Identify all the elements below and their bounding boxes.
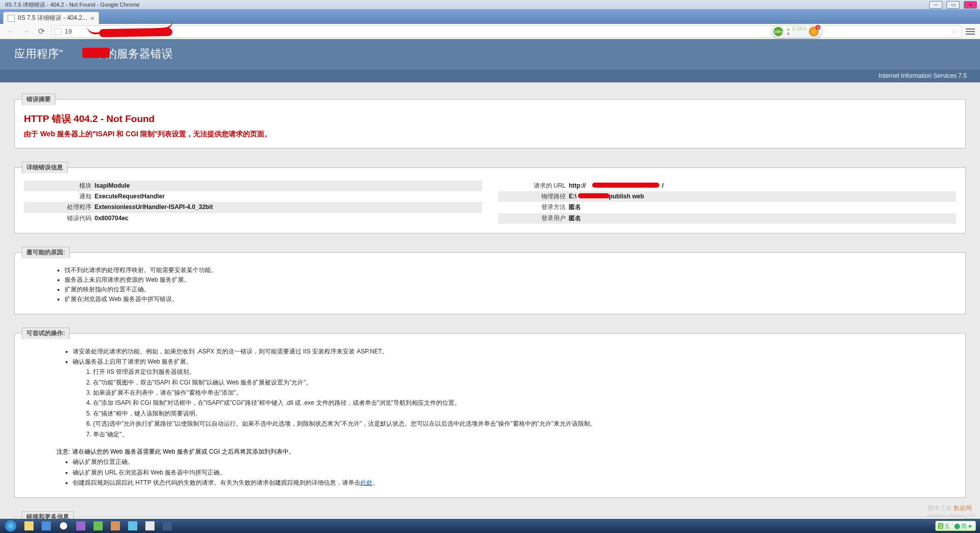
tab-title: IIS 7.5 详细错误 - 404.2... [18,14,87,22]
redaction-mark [82,48,110,58]
likely-causes-section: 最可能的原因: 找不到此请求的处理程序映射。可能需要安装某个功能。 服务器上未启… [14,247,966,314]
svg-rect-4 [94,521,103,530]
redaction-mark [645,183,659,188]
action-step: 在"描述"框中，键入该限制的简要说明。 [93,408,956,419]
redaction-mark [592,183,648,188]
detailed-error-section: 详细错误信息 模块IsapiModule 通知ExecuteRequestHan… [14,162,966,233]
browser-toolbar: ← → ⟳ 19 xxxxxxxxxxxxxxxxx 12345 ☆ 39% ▲… [0,24,980,39]
cause-item: 扩展的映射指向的位置不正确。 [65,285,956,294]
download-arrow-icon: ▼ [786,32,791,37]
taskbar-app-icon[interactable] [73,520,88,532]
physical-path-value: E:\\publish web [569,192,954,201]
error-code-heading: HTTP 错误 404.2 - Not Found [24,112,956,126]
things-to-try-section: 可尝试的操作: 请安装处理此请求的功能。例如，如果您收到 .ASPX 页的这一错… [14,328,966,498]
bookmark-star-icon[interactable]: ☆ [951,26,958,36]
watermark: 脚本之家 数据网 jiaoben.chinaz.com [928,504,976,518]
svg-rect-1 [42,521,51,530]
section-legend: 可尝试的操作: [22,328,70,339]
svg-rect-8 [163,521,172,530]
minimize-button[interactable]: ─ [929,1,942,9]
taskbar-app-icon[interactable] [142,520,158,532]
chrome-menu-icon[interactable] [966,28,975,35]
action-step: 打开 IIS 管理器并定位到服务器级别。 [93,367,956,377]
start-button[interactable] [2,520,19,532]
cause-item: 服务器上未启用请求的资源的 Web 服务扩展。 [65,275,956,285]
action-step: 如果该扩展不在列表中，请在"操作"窗格中单击"添加"。 [93,388,956,398]
here-link[interactable]: 此处 [360,479,373,486]
error-page-body: 错误摘要 HTTP 错误 404.2 - Not Found 由于 Web 服务… [0,82,980,519]
action-item: 请安装处理此请求的功能。例如，如果您收到 .ASPX 页的这一错误，则可能需要通… [73,346,956,357]
page-header: 应用程序""中的服务器错误 [0,39,980,69]
svg-rect-6 [128,521,137,530]
action-step: 在"添加 ISAPI 和 CGI 限制"对话框中，在"ISAPI"或"CGI"路… [93,398,956,408]
tab-close-icon[interactable]: × [90,14,95,22]
system-tray[interactable]: S 五 ˇ ⬤ 简 ► [935,521,978,531]
taskbar-app-icon[interactable] [21,520,37,532]
back-button[interactable]: ← [5,26,16,37]
maximize-button[interactable]: ▭ [946,1,960,9]
action-item: 确认扩展的 URL 在浏览器和 Web 服务器中均拼写正确。 [73,467,956,478]
site-icon [54,28,62,35]
action-item: 确认扩展的位置正确。 [73,457,956,467]
section-legend: 链接和更多信息 [22,511,74,519]
svg-rect-0 [24,521,34,530]
close-window-button[interactable]: ✕ [964,1,977,9]
section-legend: 详细错误信息 [22,162,68,173]
action-note: 注意: 请在确认您的 Web 服务器需要此 Web 服务扩展或 CGI 之后再将… [56,447,956,457]
windows-taskbar[interactable]: S 五 ˇ ⬤ 简 ► [0,519,980,533]
section-legend: 错误摘要 [22,94,55,105]
taskbar-app-icon[interactable] [125,520,140,532]
ime-toolbar[interactable]: S 五 ˇ ⬤ 简 ► [935,521,976,531]
action-item: 创建跟踪规则以跟踪此 HTTP 状态代码的失败的请求。有关为失败的请求创建跟踪规… [73,478,956,488]
details-right-column: 请求的 URLhttp:/// 物理路径E:\\publish web 登录方法… [498,181,956,224]
action-step: 单击"确定"。 [93,429,956,439]
network-monitor-widget[interactable]: 39% ▲ 0.1K/s ▼ [771,25,822,38]
error-message-heading: 由于 Web 服务器上的"ISAPI 和 CGI 限制"列表设置，无法提供您请求… [24,130,956,139]
page-content: 应用程序""中的服务器错误 Internet Information Servi… [0,39,980,519]
action-step: 在"功能"视图中，双击"ISAPI 和 CGI 限制"以确认 Web 服务扩展被… [93,377,956,388]
section-legend: 最可能的原因: [22,247,70,258]
svg-rect-3 [76,521,85,530]
svg-point-2 [60,522,67,529]
page-favicon-icon [8,15,15,22]
action-step: (可选)选中"允许执行扩展路径"以使限制可以自动运行。如果不选中此选项，则限制状… [93,419,956,429]
browser-tab[interactable]: IIS 7.5 详细错误 - 404.2... × [3,12,99,24]
taskbar-app-icon[interactable] [90,520,106,532]
details-left-column: 模块IsapiModule 通知ExecuteRequestHandler 处理… [24,181,482,224]
widget-badge-icon [809,26,819,37]
taskbar-app-icon[interactable] [108,520,123,532]
iis-version-bar: Internet Information Services 7.5 [0,69,980,82]
url-prefix: 19 [65,27,72,35]
svg-rect-7 [145,521,155,530]
requested-url-value: http:/// [569,181,954,191]
taskbar-app-icon[interactable] [56,520,71,532]
error-summary-section: 错误摘要 HTTP 错误 404.2 - Not Found 由于 Web 服务… [14,94,966,149]
address-bar[interactable]: 19 xxxxxxxxxxxxxxxxx 12345 ☆ [51,25,962,38]
forward-button[interactable]: → [20,26,32,37]
svg-rect-5 [111,521,120,530]
window-title: IIS 7.5 详细错误 - 404.2 - Not Found - Googl… [3,1,925,9]
speed-dial-icon: 39% [773,26,784,37]
cause-item: 找不到此请求的处理程序映射。可能需要安装某个功能。 [65,265,956,275]
links-more-info-section: 链接和更多信息 当必要的 Web 服务扩展未启用、扩展的位置或名称拼写错误或输入… [14,511,966,519]
taskbar-app-icon[interactable] [39,520,54,532]
reload-button[interactable]: ⟳ [36,26,47,37]
action-item: 确认服务器上启用了请求的 Web 服务扩展。 [73,357,956,367]
os-window-titlebar: IIS 7.5 详细错误 - 404.2 - Not Found - Googl… [0,0,980,10]
taskbar-app-icon[interactable] [160,520,175,532]
redaction-mark [578,193,609,198]
cause-item: 扩展在浏览器或 Web 服务器中拼写错误。 [65,294,956,304]
